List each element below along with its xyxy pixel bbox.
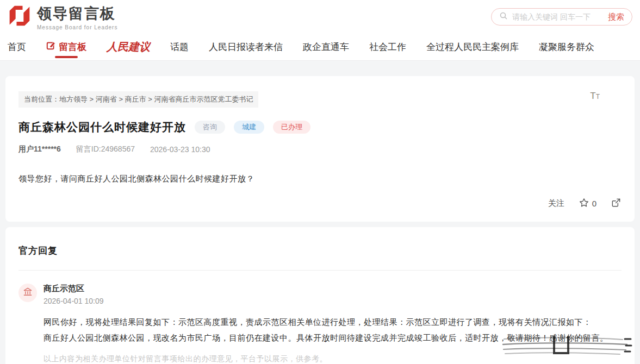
divider	[18, 270, 622, 271]
message-board-icon	[46, 41, 56, 53]
nav-item-gov-enterprise[interactable]: 政企直通车	[303, 34, 349, 60]
reply-time: 2026-04-01 10:09	[44, 297, 622, 305]
logo-subtitle: Message Board for Leaders	[37, 24, 117, 30]
nav-item-people-suggestions[interactable]: 人民建议	[107, 34, 150, 60]
follow-button[interactable]: 关注	[548, 198, 564, 209]
reply-disclaimer: 以上内容为相关办理单位针对留言事项给出的办理意见，平台予以展示，供参考。	[44, 354, 622, 364]
tag-category: 咨询	[195, 121, 225, 134]
tag-domain: 城建	[234, 121, 264, 134]
message-card: 当前位置：地方领导 > 河南省 > 商丘市 > 河南省商丘市示范区党工委书记 T…	[5, 76, 635, 222]
search-input[interactable]	[512, 12, 604, 21]
search-box[interactable]: 搜索	[491, 8, 632, 26]
reply-item: 商丘示范区 2026-04-01 10:09 网民你好，现将处理结果回复如下：示…	[18, 284, 622, 364]
share-icon	[611, 197, 622, 210]
top-header: 领导留言板 Message Board for Leaders 搜索	[0, 0, 640, 34]
breadcrumb[interactable]: 当前位置：地方领导 > 河南省 > 商丘市 > 河南省商丘市示范区党工委书记	[18, 91, 258, 108]
reply-author: 商丘示范区	[44, 284, 622, 294]
reply-paragraph: 网民你好，现将处理结果回复如下：示范区高度重视，责成示范区相关单位进行处理，处理…	[44, 314, 622, 330]
official-reply-card: 官方回复 商丘示范区 2026-04-01 10:09 网民你好，现将处理结果回…	[5, 227, 635, 364]
star-button[interactable]: 0	[579, 197, 596, 210]
message-time: 2026-03-23 10:30	[150, 145, 210, 154]
nav-item-topics[interactable]: 话题	[170, 34, 189, 60]
logo-mark-icon	[8, 4, 32, 30]
page-title: 商丘森林公园什么时候建好开放	[18, 120, 186, 135]
search-icon	[499, 11, 508, 22]
page-content: 当前位置：地方领导 > 河南省 > 商丘市 > 河南省商丘市示范区党工委书记 T…	[0, 61, 640, 364]
reply-paragraph: 商丘好人公园北侧森林公园，现改名为市民广场，目前仍在建设中。具体开放时间待建设完…	[44, 330, 622, 346]
share-button[interactable]	[611, 197, 622, 210]
nav-item-message-board[interactable]: 留言板	[46, 34, 86, 60]
main-nav: 首页 留言板 人民建议 话题 人民日报读者来信 政企直通车 社会工作 全过程人民…	[0, 34, 640, 61]
avatar	[18, 284, 37, 302]
reply-section-title: 官方回复	[18, 244, 622, 257]
nav-item-home[interactable]: 首页	[8, 34, 26, 60]
nav-item-reader-letters[interactable]: 人民日报读者来信	[209, 34, 283, 60]
nav-item-service-masses[interactable]: 凝聚服务群众	[539, 34, 594, 60]
message-body: 领导您好，请问商丘好人公园北侧森林公园什么时候建好开放？	[18, 174, 622, 184]
nav-item-democracy-cases[interactable]: 全过程人民民主案例库	[426, 34, 519, 60]
star-count: 0	[592, 199, 596, 208]
site-logo[interactable]: 领导留言板 Message Board for Leaders	[8, 4, 117, 30]
tag-status: 已办理	[273, 121, 310, 134]
logo-title: 领导留言板	[37, 4, 117, 23]
font-size-toggle[interactable]: TT	[590, 91, 600, 101]
search-button[interactable]: 搜索	[608, 12, 624, 22]
message-user: 用户11*****6	[18, 145, 61, 154]
star-icon	[579, 197, 589, 210]
nav-item-social-work[interactable]: 社会工作	[369, 34, 406, 60]
government-building-icon	[22, 286, 33, 299]
message-id: 留言ID:24968567	[76, 145, 135, 154]
